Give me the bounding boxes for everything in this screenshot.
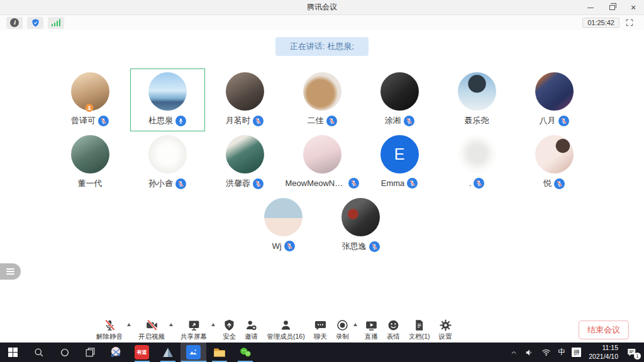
toolbar-label: 直播	[365, 332, 378, 341]
mic-active-icon	[175, 116, 186, 126]
expand-arrow-icon[interactable]	[169, 323, 173, 326]
toolbar-share-screen-button[interactable]: 共享屏幕	[176, 319, 218, 341]
notification-badge: 1	[634, 353, 641, 359]
meeting-security-status[interactable]	[27, 17, 43, 29]
toolbar-settings-button[interactable]: 设置	[435, 319, 457, 341]
participant-tile[interactable]: 洪馨蓉	[208, 131, 282, 194]
task-view-button[interactable]	[77, 343, 103, 362]
toolbar-unmute-button[interactable]: 解除静音	[92, 319, 134, 341]
participant-tile[interactable]: .	[440, 131, 514, 194]
participant-tile[interactable]: Wj	[246, 194, 321, 257]
cortana-button[interactable]	[52, 343, 77, 362]
action-center-button[interactable]: 1	[623, 343, 644, 362]
ime-language-button[interactable]: 中	[555, 343, 569, 362]
toolbar-record-button[interactable]: 录制	[331, 319, 360, 341]
avatar	[458, 72, 496, 111]
taskbar-app-meeting[interactable]	[180, 343, 206, 362]
expand-arrow-icon[interactable]	[211, 323, 215, 326]
taskbar-app-prism[interactable]	[155, 343, 180, 362]
mic-muted-icon	[326, 116, 337, 126]
taskbar-app-clipper[interactable]	[103, 343, 129, 362]
clipper-icon	[109, 346, 123, 359]
tray-expand-button[interactable]	[506, 343, 521, 362]
toolbar-invite-button[interactable]: 邀请	[240, 319, 262, 341]
shield-check-icon	[31, 18, 40, 28]
mic-muted-icon	[253, 178, 264, 189]
title-bar: 腾讯会议 ×	[0, 0, 644, 15]
restore-button[interactable]	[601, 0, 623, 15]
explorer-icon	[213, 346, 226, 359]
avatar	[303, 135, 341, 173]
participant-name: 聂乐尧	[465, 115, 489, 126]
toolbar-label: 安全	[223, 332, 236, 341]
clock-time: 11:15	[589, 344, 618, 353]
member-panel-toggle[interactable]	[0, 263, 21, 280]
toolbar-security-button[interactable]: 安全	[218, 319, 240, 341]
toolbar-chat-button[interactable]: 聊天	[309, 319, 331, 341]
participant-tile[interactable]: 张思逸	[323, 194, 398, 257]
participant-tile[interactable]: 月茗时	[208, 69, 282, 131]
participant-tile[interactable]: 涂湘	[362, 69, 437, 131]
avatar-initial: E	[380, 135, 419, 173]
expand-arrow-icon[interactable]	[127, 323, 131, 326]
avatar	[226, 72, 264, 111]
taskbar-app-wechat[interactable]	[232, 343, 258, 362]
taskbar-clock[interactable]: 11:15 2021/4/10	[584, 344, 623, 361]
unmute-icon	[103, 319, 116, 332]
cortana-icon	[58, 346, 71, 359]
toolbar-docs-button[interactable]: 文档(1)	[404, 319, 435, 341]
volume-button[interactable]	[521, 343, 538, 362]
network-button[interactable]	[538, 343, 555, 362]
meeting-timer: 01:25:42	[582, 18, 619, 28]
avatar	[71, 135, 109, 173]
toolbar-manage-members-button[interactable]: 管理成员(16)	[262, 319, 309, 341]
mic-muted-icon	[284, 241, 295, 251]
meeting-main-area: 正在讲话: 杜思泉; 曾译可杜思泉月茗时二佳涂湘聂乐尧八月董一代孙小酓洪馨蓉Me…	[0, 30, 644, 317]
participant-tile[interactable]: 悦	[517, 131, 592, 194]
start-video-icon	[145, 319, 158, 332]
participant-name-row: .	[469, 178, 485, 189]
mic-muted-icon	[554, 178, 565, 189]
taskbar-search-button[interactable]	[26, 343, 52, 362]
participant-tile[interactable]: 孙小酓	[130, 131, 205, 194]
participant-name: 曾译可	[71, 115, 96, 126]
window-controls: ×	[580, 0, 644, 15]
toolbar-label: 录制	[336, 332, 349, 341]
start-button[interactable]	[0, 343, 26, 362]
participant-name-row: Wj	[272, 241, 294, 251]
participant-name-row: 曾译可	[71, 115, 109, 126]
avatar	[148, 135, 187, 173]
end-meeting-button[interactable]: 结束会议	[579, 321, 629, 339]
participant-tile[interactable]: 曾译可	[53, 69, 128, 131]
participant-tile[interactable]: 董一代	[53, 131, 128, 194]
mic-muted-icon	[369, 241, 380, 252]
expand-arrow-icon[interactable]	[353, 323, 357, 326]
system-tray: 中 拼 11:15 2021/4/10 1	[506, 343, 644, 362]
participant-tile[interactable]: 杜思泉	[130, 69, 205, 131]
ime-mode-button[interactable]: 拼	[569, 343, 584, 362]
participant-name: 月茗时	[226, 115, 250, 126]
participant-row: 曾译可杜思泉月茗时二佳涂湘聂乐尧八月	[52, 69, 593, 131]
toolbar-live-stream-button[interactable]: 直播	[360, 319, 382, 341]
fullscreen-icon[interactable]	[625, 18, 634, 27]
participant-tile[interactable]: 八月	[517, 69, 592, 131]
taskbar-app-explorer[interactable]	[206, 343, 232, 362]
participant-tile[interactable]: 聂乐尧	[440, 69, 514, 131]
participant-tile[interactable]: EEmma	[362, 131, 437, 194]
toolbar-reactions-button[interactable]: 表情	[382, 319, 404, 341]
avatar	[148, 72, 187, 111]
close-button[interactable]: ×	[623, 0, 644, 15]
meeting-info-button[interactable]: i	[6, 17, 23, 29]
participant-tile[interactable]: 二佳	[285, 69, 360, 131]
host-badge-icon	[85, 104, 93, 112]
toolbar-start-video-button[interactable]: 开启视频	[134, 319, 176, 341]
participant-name-row: 月茗时	[226, 115, 264, 126]
minimize-button[interactable]	[580, 0, 601, 15]
participant-tile[interactable]: MeowMeowNe...	[285, 131, 360, 194]
manage-members-icon	[279, 319, 292, 332]
taskbar-app-youdao[interactable]: 有道	[129, 343, 155, 362]
network-quality-indicator[interactable]	[48, 17, 64, 29]
avatar	[341, 198, 380, 236]
participant-name-row: 孙小酓	[148, 178, 186, 189]
task-view-icon	[84, 346, 96, 358]
